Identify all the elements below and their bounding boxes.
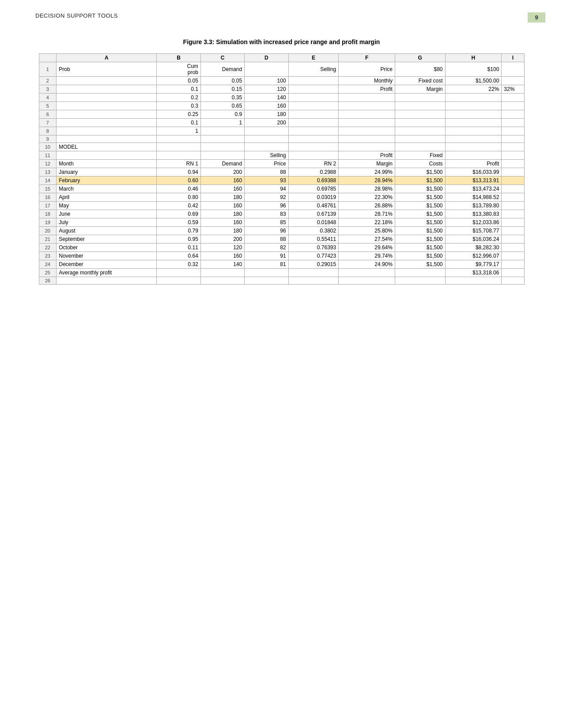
col-header-e: E [288, 54, 339, 62]
cell-row17-colI [502, 202, 524, 210]
cell-row4-colC: 0.35 [200, 94, 244, 102]
cell-row11-colE [288, 151, 339, 160]
cell-row7-colF [339, 119, 395, 127]
cell-row10-colA: MODEL [57, 143, 157, 151]
row-number-cell: 7 [39, 119, 57, 127]
table-row: 9 [39, 135, 524, 143]
cell-row4-colB: 0.2 [157, 94, 200, 102]
table-row: 25Average monthly profit$13,318.06 [39, 269, 524, 277]
cell-row5-colD: 160 [245, 102, 288, 110]
cell-row20-colH: $15,708.77 [445, 227, 502, 235]
row-number-cell: 24 [39, 260, 57, 269]
cell-row19-colD: 85 [245, 218, 288, 227]
cell-row21-colF: 27.54% [339, 235, 395, 244]
cell-row12-colC: Demand [200, 160, 244, 168]
cell-row16-colI [502, 193, 524, 202]
cell-row10-colE [288, 143, 339, 151]
table-row: 1ProbCumprobDemandSellingPrice$80$100 [39, 62, 524, 77]
cell-row12-colI [502, 160, 524, 168]
table-row: 15March0.46160940.6978528.98%$1,500$13,4… [39, 185, 524, 193]
cell-row11-colG: Fixed [395, 151, 445, 160]
cell-row17-colD: 96 [245, 202, 288, 210]
cell-row5-colI [502, 102, 524, 110]
cell-row22-colC: 120 [200, 244, 244, 252]
cell-row6-colF [339, 110, 395, 119]
cell-row7-colH [445, 119, 502, 127]
cell-row3-colC: 0.15 [200, 85, 244, 94]
cell-row19-colH: $12,033.86 [445, 218, 502, 227]
cell-row2-colA [57, 77, 157, 85]
cell-row15-colE: 0.69785 [288, 185, 339, 193]
col-header-b: B [157, 54, 200, 62]
row-number-cell: 17 [39, 202, 57, 210]
col-header-c: C [200, 54, 244, 62]
cell-row14-colF: 28.94% [339, 176, 395, 185]
cell-row11-colF: Profit [339, 151, 395, 160]
cell-row10-colC [200, 143, 244, 151]
cell-row5-colF [339, 102, 395, 110]
row-number-cell: 14 [39, 176, 57, 185]
cell-row5-colB: 0.3 [157, 102, 200, 110]
cell-row23-colI [502, 252, 524, 260]
corner-cell [39, 54, 57, 62]
cell-row6-colC: 0.9 [200, 110, 244, 119]
cell-row13-colG: $1,500 [395, 168, 445, 176]
cell-row6-colB: 0.25 [157, 110, 200, 119]
cell-row18-colC: 180 [200, 210, 244, 218]
cell-row7-colI [502, 119, 524, 127]
cell-row2-colD: 100 [245, 77, 288, 85]
cell-row1-colF: Price [339, 62, 395, 77]
cell-row25-colF [339, 269, 395, 277]
row-number-cell: 8 [39, 127, 57, 135]
cell-row18-colD: 83 [245, 210, 288, 218]
row-number-cell: 13 [39, 168, 57, 176]
cell-row10-colI [502, 143, 524, 151]
cell-row2-colB: 0.05 [157, 77, 200, 85]
cell-row25-colC [200, 269, 244, 277]
cell-row3-colG: Margin [395, 85, 445, 94]
table-row: 12MonthRN 1DemandPriceRN 2MarginCostsPro… [39, 160, 524, 168]
cell-row22-colA: October [57, 244, 157, 252]
col-header-a: A [57, 54, 157, 62]
table-row: 26 [39, 277, 524, 285]
cell-row1-colG: $80 [395, 62, 445, 77]
cell-row13-colF: 24.99% [339, 168, 395, 176]
cell-row23-colG: $1,500 [395, 252, 445, 260]
cell-row6-colE [288, 110, 339, 119]
cell-row14-colE: 0.69388 [288, 176, 339, 185]
row-number-cell: 11 [39, 151, 57, 160]
cell-row3-colE [288, 85, 339, 94]
cell-row8-colC [200, 127, 244, 135]
cell-row3-colF: Profit [339, 85, 395, 94]
row-number-cell: 9 [39, 135, 57, 143]
cell-row13-colE: 0.2988 [288, 168, 339, 176]
cell-row18-colE: 0.67139 [288, 210, 339, 218]
cell-row7-colC: 1 [200, 119, 244, 127]
cell-row15-colB: 0.46 [157, 185, 200, 193]
cell-row5-colE [288, 102, 339, 110]
cell-row9-colC [200, 135, 244, 143]
cell-row12-colD: Price [245, 160, 288, 168]
cell-row9-colB [157, 135, 200, 143]
cell-row20-colE: 0.3802 [288, 227, 339, 235]
cell-row9-colG [395, 135, 445, 143]
page-title: DECISION SUPPORT TOOLS [35, 12, 118, 19]
table-row: 20.050.05100MonthlyFixed cost$1,500.00 [39, 77, 524, 85]
cell-row15-colG: $1,500 [395, 185, 445, 193]
cell-row23-colA: November [57, 252, 157, 260]
row-number-cell: 12 [39, 160, 57, 168]
cell-row4-colH [445, 94, 502, 102]
cell-row2-colH: $1,500.00 [445, 77, 502, 85]
cell-row8-colD [245, 127, 288, 135]
cell-row10-colD [245, 143, 288, 151]
cell-row18-colB: 0.69 [157, 210, 200, 218]
table-row: 22October0.11120820.7639329.64%$1,500$8,… [39, 244, 524, 252]
cell-row13-colB: 0.94 [157, 168, 200, 176]
cell-row16-colE: 0.03019 [288, 193, 339, 202]
cell-row22-colB: 0.11 [157, 244, 200, 252]
cell-row12-colF: Margin [339, 160, 395, 168]
page-header: DECISION SUPPORT TOOLS 9 [0, 0, 563, 23]
cell-row11-colA [57, 151, 157, 160]
cell-row22-colE: 0.76393 [288, 244, 339, 252]
cell-row22-colG: $1,500 [395, 244, 445, 252]
